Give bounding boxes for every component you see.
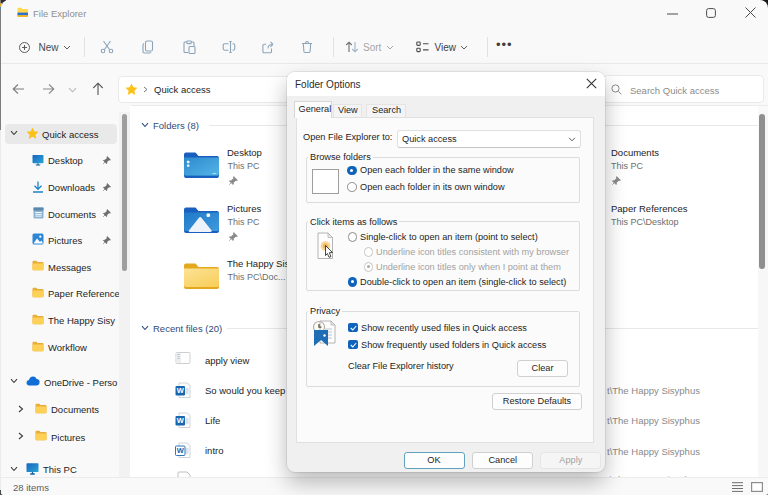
svg-text:W: W: [177, 446, 185, 455]
svg-text:W: W: [177, 386, 185, 395]
svg-text:W: W: [177, 416, 185, 425]
